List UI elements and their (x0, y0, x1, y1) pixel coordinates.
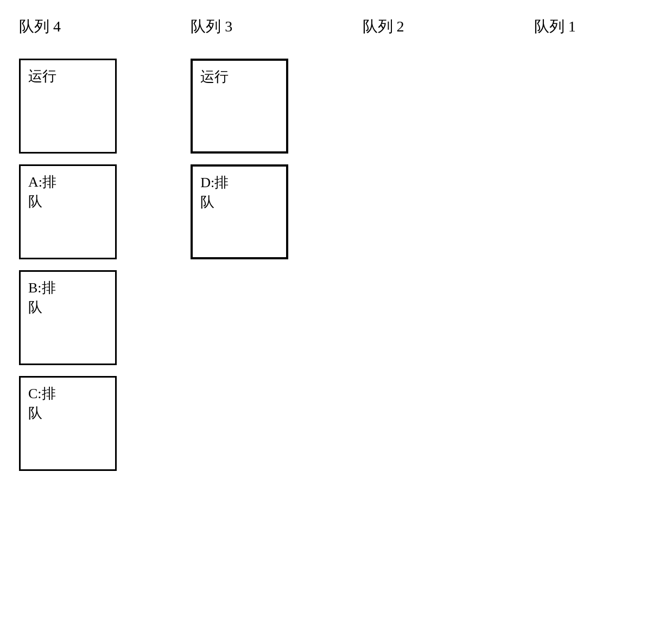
box-run3: 运行 (191, 59, 288, 154)
box-b-queue: B:排队 (19, 270, 117, 365)
box-run4: 运行 (19, 59, 117, 154)
box-d-queue: D:排队 (191, 164, 288, 259)
page-container: 队列 4 队列 3 队列 2 队列 1 运行 A:排队 B:排队 C:排队 运行… (0, 0, 646, 644)
col-header-4: 队列 4 (19, 16, 120, 37)
col-header-2: 队列 2 (363, 16, 464, 37)
column-4: 运行 A:排队 B:排队 C:排队 (19, 59, 120, 482)
box-c-queue: C:排队 (19, 376, 117, 471)
column-3: 运行 D:排队 (191, 59, 292, 270)
box-a-queue: A:排队 (19, 164, 117, 259)
col-header-3: 队列 3 (191, 16, 292, 37)
col-header-1: 队列 1 (534, 16, 635, 37)
columns-header: 队列 4 队列 3 队列 2 队列 1 (11, 16, 635, 37)
columns-body: 运行 A:排队 B:排队 C:排队 运行 D:排队 (11, 59, 635, 482)
